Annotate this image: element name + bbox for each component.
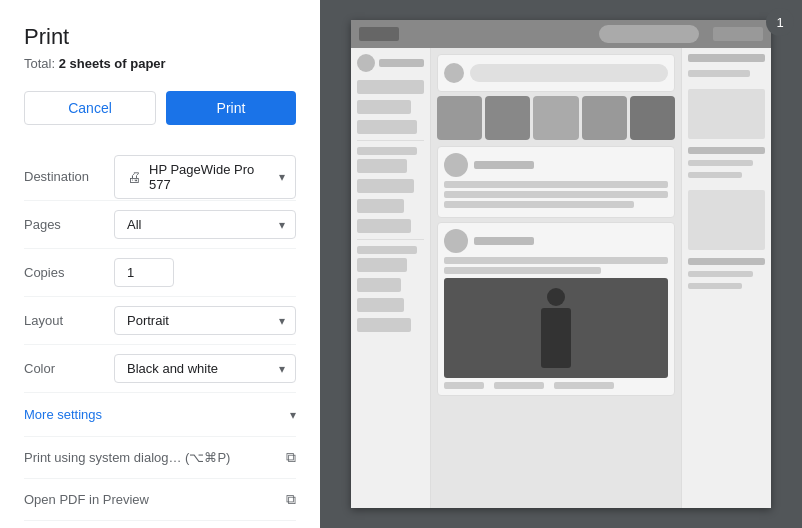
open-pdf-label: Open PDF in Preview	[24, 492, 149, 507]
print-title: Print	[24, 24, 296, 50]
color-text: Black and white	[127, 361, 273, 376]
destination-text: HP PageWide Pro 577	[149, 162, 273, 192]
system-dialog-label: Print using system dialog… (⌥⌘P)	[24, 450, 230, 465]
fb-sidebar-item	[357, 80, 424, 94]
copies-value: 1	[114, 258, 296, 287]
pages-label: Pages	[24, 217, 114, 232]
fb-sidebar-item	[357, 219, 411, 233]
fb-post-text	[437, 146, 675, 218]
printer-icon: 🖨	[127, 169, 141, 185]
color-label: Color	[24, 361, 114, 376]
fb-search-bar	[599, 25, 699, 43]
color-value: Black and white ▾	[114, 354, 296, 383]
color-select[interactable]: Black and white ▾	[114, 354, 296, 383]
system-dialog-external-link-icon: ⧉	[286, 449, 296, 466]
fb-sidebar-item	[357, 298, 404, 312]
pages-select[interactable]: All ▾	[114, 210, 296, 239]
fb-sidebar-item	[357, 179, 414, 193]
total-value: 2 sheets of paper	[59, 56, 166, 71]
more-settings-chevron-icon: ▾	[290, 408, 296, 422]
destination-value: 🖨 HP PageWide Pro 577 ▾	[114, 155, 296, 199]
layout-row: Layout Portrait ▾	[24, 297, 296, 345]
print-total: Total: 2 sheets of paper	[24, 56, 296, 71]
fb-right-sidebar	[681, 48, 771, 508]
fb-main	[351, 48, 771, 508]
fb-post-image	[437, 222, 675, 396]
fb-left-sidebar	[351, 48, 431, 508]
fb-stories	[437, 96, 675, 140]
more-settings-row[interactable]: More settings ▾	[24, 393, 296, 437]
preview-content	[351, 20, 771, 508]
layout-chevron-icon: ▾	[279, 314, 285, 328]
destination-label: Destination	[24, 169, 114, 184]
fb-feed	[431, 48, 681, 508]
fb-sidebar-item	[357, 100, 411, 114]
pages-text: All	[127, 217, 273, 232]
layout-select[interactable]: Portrait ▾	[114, 306, 296, 335]
fb-sidebar-item	[357, 159, 407, 173]
pages-row: Pages All ▾	[24, 201, 296, 249]
more-settings-label: More settings	[24, 407, 102, 422]
print-panel: Print Total: 2 sheets of paper Cancel Pr…	[0, 0, 320, 528]
fb-top-bar	[351, 20, 771, 48]
color-row: Color Black and white ▾	[24, 345, 296, 393]
destination-row: Destination 🖨 HP PageWide Pro 577 ▾	[24, 153, 296, 201]
preview-area: 1	[320, 0, 802, 528]
fb-sidebar-item	[357, 258, 407, 272]
fb-sidebar-item	[357, 278, 401, 292]
fb-sidebar-item	[357, 318, 411, 332]
layout-text: Portrait	[127, 313, 273, 328]
layout-value: Portrait ▾	[114, 306, 296, 335]
destination-select[interactable]: 🖨 HP PageWide Pro 577 ▾	[114, 155, 296, 199]
destination-chevron-icon: ▾	[279, 170, 285, 184]
copies-label: Copies	[24, 265, 114, 280]
cancel-button[interactable]: Cancel	[24, 91, 156, 125]
pages-value: All ▾	[114, 210, 296, 239]
print-button[interactable]: Print	[166, 91, 296, 125]
open-pdf-row[interactable]: Open PDF in Preview ⧉	[24, 479, 296, 521]
system-dialog-row[interactable]: Print using system dialog… (⌥⌘P) ⧉	[24, 437, 296, 479]
fb-sidebar-item	[357, 199, 404, 213]
pages-chevron-icon: ▾	[279, 218, 285, 232]
color-chevron-icon: ▾	[279, 362, 285, 376]
copies-input[interactable]: 1	[114, 258, 174, 287]
button-row: Cancel Print	[24, 91, 296, 125]
copies-row: Copies 1	[24, 249, 296, 297]
layout-label: Layout	[24, 313, 114, 328]
open-pdf-external-link-icon: ⧉	[286, 491, 296, 508]
fb-sidebar-item	[357, 120, 417, 134]
preview-container	[351, 20, 771, 508]
total-label: Total:	[24, 56, 55, 71]
fb-create-post	[437, 54, 675, 92]
page-number-badge: 1	[766, 8, 794, 36]
